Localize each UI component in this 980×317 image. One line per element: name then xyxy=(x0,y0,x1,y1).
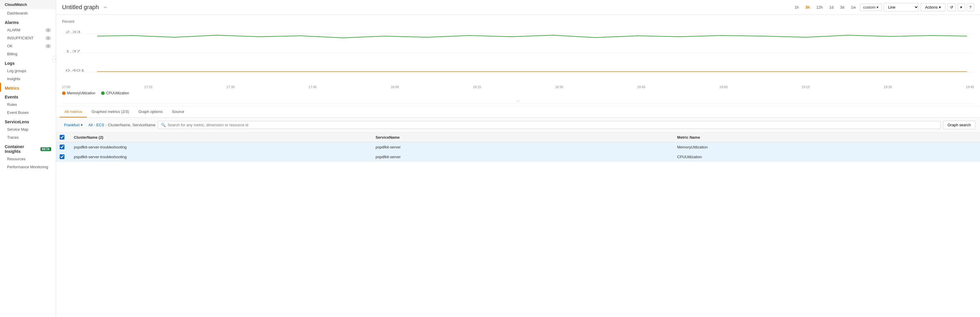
chart-collapse-divider[interactable]: ... xyxy=(62,97,974,104)
refresh-button[interactable]: ↺ xyxy=(947,3,956,11)
sidebar-item-billing[interactable]: Billing xyxy=(0,50,56,58)
graph-header: Untitled graph ✏ 1h 3h 12h 1d 3d 1w cust… xyxy=(56,0,980,15)
edit-title-icon[interactable]: ✏ xyxy=(104,5,107,10)
graph-title: Untitled graph xyxy=(62,4,99,11)
x-axis-labels: 17:00 17:15 17:30 17:45 18:00 18:15 18:3… xyxy=(62,84,974,89)
table-row: pspdfkit-server-troubleshooting pspdfkit… xyxy=(56,152,980,162)
time-1w-button[interactable]: 1w xyxy=(848,4,858,11)
sidebar-item-servicelens[interactable]: ServiceLens xyxy=(0,116,56,125)
sidebar-item-performance-monitoring[interactable]: Performance Monitoring xyxy=(0,163,56,171)
breadcrumb-sep-1: › xyxy=(94,123,95,127)
refresh-dropdown-button[interactable]: ▾ xyxy=(958,3,965,11)
tab-graph-options[interactable]: Graph options xyxy=(134,107,167,117)
sidebar-item-container-insights[interactable]: Container Insights BETA xyxy=(0,141,56,155)
breadcrumb-all[interactable]: All xyxy=(88,123,92,127)
sidebar-item-dashboards[interactable]: Dashboards xyxy=(0,9,56,17)
sidebar-item-cloudwatch[interactable]: CloudWatch xyxy=(0,0,56,9)
actions-dropdown-icon: ▾ xyxy=(939,5,941,10)
time-1h-button[interactable]: 1h xyxy=(792,4,801,11)
graph-search-button[interactable]: Graph search xyxy=(943,121,975,129)
sidebar-item-insights[interactable]: Insights xyxy=(0,75,56,83)
sidebar-item-service-map[interactable]: Service Map xyxy=(0,125,56,133)
breadcrumb: All › ECS › ClusterName, ServiceName xyxy=(88,123,156,127)
sidebar-item-resources[interactable]: Resources xyxy=(0,155,56,163)
chart-area: Percent 2.33 1.37 0.401 17:00 17:15 17:3… xyxy=(56,15,980,107)
time-controls: 1h 3h 12h 1d 3d 1w custom ▾ Line Stacked… xyxy=(792,3,974,11)
time-1d-button[interactable]: 1d xyxy=(827,4,836,11)
chart-type-select[interactable]: Line Stacked area Number xyxy=(884,3,919,11)
sidebar-item-rules[interactable]: Rules xyxy=(0,100,56,108)
tab-all-metrics[interactable]: All metrics xyxy=(60,107,87,117)
breadcrumb-ecs[interactable]: ECS xyxy=(96,123,104,127)
tabs-row: All metrics Graphed metrics (2/3) Graph … xyxy=(56,107,980,118)
metrics-table: ClusterName (2) ServiceName Metric Name … xyxy=(56,132,980,317)
legend-cpu-dot xyxy=(101,91,105,95)
legend-cpu: CPUUtilization xyxy=(101,91,129,95)
col-cluster-header: ClusterName (2) xyxy=(74,135,373,140)
metric-search-input[interactable] xyxy=(167,123,937,127)
actions-button[interactable]: Actions ▾ xyxy=(921,3,945,11)
row-1-checkbox[interactable] xyxy=(60,145,64,149)
row-1-metric: MemoryUtilization xyxy=(677,145,977,149)
metric-search-box: 🔍 xyxy=(158,121,941,129)
table-header: ClusterName (2) ServiceName Metric Name xyxy=(56,132,980,142)
row-2-metric: CPUUtilization xyxy=(677,155,977,159)
row-1-cluster: pspdfkit-server-troubleshooting xyxy=(74,145,373,149)
row-2-cluster: pspdfkit-server-troubleshooting xyxy=(74,155,373,159)
sidebar-item-traces[interactable]: Traces xyxy=(0,133,56,141)
metrics-panel: All metrics Graphed metrics (2/3) Graph … xyxy=(56,107,980,317)
sidebar: ‹ CloudWatch Dashboards Alarms ALARM 0 I… xyxy=(0,0,56,317)
sidebar-item-events[interactable]: Events xyxy=(0,92,56,100)
breadcrumb-sep-2: › xyxy=(105,123,107,127)
settings-button[interactable]: ? xyxy=(967,3,974,11)
beta-badge: BETA xyxy=(40,147,51,151)
chart-y-label: Percent xyxy=(62,19,974,24)
sidebar-item-event-buses[interactable]: Event Buses xyxy=(0,108,56,116)
region-label: Frankfurt xyxy=(64,123,80,127)
legend-cpu-label: CPUUtilization xyxy=(106,91,129,95)
region-dropdown-icon: ▾ xyxy=(81,123,83,127)
tab-graphed-metrics[interactable]: Graphed metrics (2/3) xyxy=(87,107,134,117)
legend-memory: MemoryUtilization xyxy=(62,91,95,95)
sidebar-item-logs[interactable]: Logs xyxy=(0,58,56,67)
chart-container: 2.33 1.37 0.401 xyxy=(62,25,974,84)
ok-badge: 0 xyxy=(45,44,51,48)
sidebar-item-alarm[interactable]: ALARM 0 xyxy=(0,26,56,34)
breadcrumb-dimension: ClusterName, ServiceName xyxy=(108,123,156,127)
chart-legend: MemoryUtilization CPUUtilization xyxy=(62,89,974,97)
svg-text:1.37: 1.37 xyxy=(65,49,81,53)
alarm-badge: 0 xyxy=(45,28,51,32)
time-12h-button[interactable]: 12h xyxy=(814,4,825,11)
legend-memory-dot xyxy=(62,91,65,95)
filter-row: Frankfurt ▾ All › ECS › ClusterName, Ser… xyxy=(56,118,980,132)
time-3d-button[interactable]: 3d xyxy=(838,4,847,11)
time-custom-button[interactable]: custom ▾ xyxy=(860,3,882,11)
sidebar-item-metrics[interactable]: Metrics xyxy=(0,83,56,92)
main-content: Untitled graph ✏ 1h 3h 12h 1d 3d 1w cust… xyxy=(56,0,980,317)
region-button[interactable]: Frankfurt ▾ xyxy=(61,121,86,129)
svg-text:0.401: 0.401 xyxy=(65,68,85,72)
row-2-checkbox[interactable] xyxy=(60,155,64,159)
legend-memory-label: MemoryUtilization xyxy=(67,91,95,95)
sidebar-item-ok[interactable]: OK 0 xyxy=(0,42,56,50)
time-3h-button[interactable]: 3h xyxy=(803,4,812,11)
row-1-service: pspdfkit-server xyxy=(375,145,675,149)
insufficient-badge: 0 xyxy=(45,36,51,40)
col-metric-header: Metric Name xyxy=(677,135,977,140)
line-chart: 2.33 1.37 0.401 xyxy=(62,25,974,84)
tab-source[interactable]: Source xyxy=(167,107,189,117)
table-row: pspdfkit-server-troubleshooting pspdfkit… xyxy=(56,142,980,152)
sidebar-item-alarms[interactable]: Alarms xyxy=(0,17,56,26)
col-service-header: ServiceName xyxy=(375,135,675,140)
sidebar-item-insufficient[interactable]: INSUFFICIENT 0 xyxy=(0,34,56,42)
sidebar-item-log-groups[interactable]: Log groups xyxy=(0,67,56,75)
select-all-checkbox[interactable] xyxy=(60,135,64,140)
row-2-service: pspdfkit-server xyxy=(375,155,675,159)
svg-text:2.33: 2.33 xyxy=(65,30,81,34)
search-icon: 🔍 xyxy=(161,123,166,127)
